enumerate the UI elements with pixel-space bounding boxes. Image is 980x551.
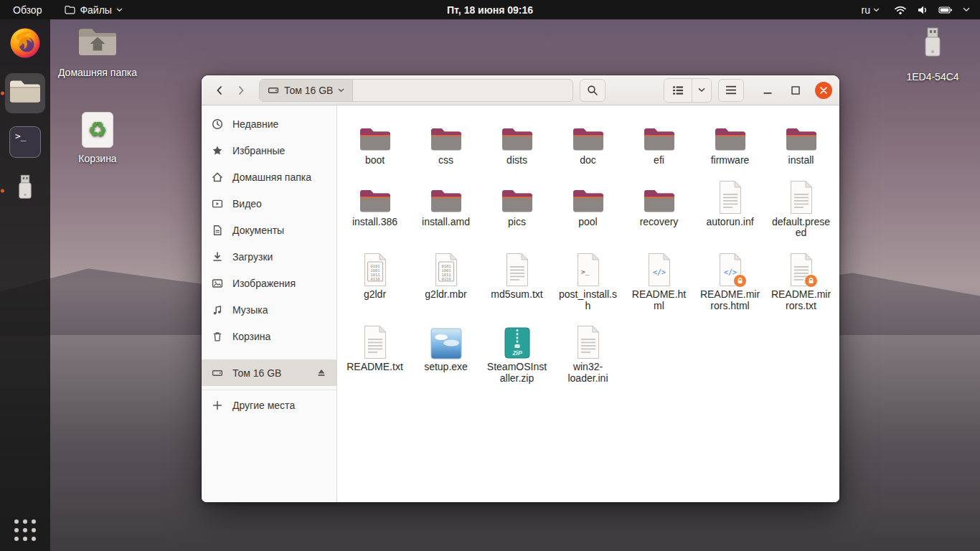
file-item[interactable]: pool bbox=[552, 172, 623, 234]
back-button[interactable] bbox=[209, 80, 230, 101]
file-view[interactable]: bootcssdistsdocefifirmwareinstallinstall… bbox=[337, 105, 839, 502]
file-label: install.amd bbox=[422, 217, 470, 228]
search-button[interactable] bbox=[580, 79, 606, 102]
file-item[interactable]: setup.exe bbox=[410, 317, 481, 379]
document-icon bbox=[212, 225, 223, 236]
sidebar-item-other-locations[interactable]: Другие места bbox=[202, 390, 336, 420]
volume-icon[interactable] bbox=[917, 5, 928, 15]
file-item[interactable]: README.txt bbox=[339, 317, 410, 379]
sidebar-item-downloads[interactable]: Загрузки bbox=[202, 243, 336, 270]
file-label: pool bbox=[578, 217, 597, 228]
sidebar-item-videos[interactable]: Видео bbox=[202, 190, 336, 217]
sidebar-item-volume[interactable]: Том 16 GB bbox=[202, 359, 336, 386]
file-item[interactable]: </>README.mirrors.html bbox=[694, 245, 765, 317]
file-label: pics bbox=[508, 217, 526, 228]
file-item[interactable]: install bbox=[765, 110, 837, 172]
sidebar-item-trash[interactable]: Корзина bbox=[202, 323, 336, 349]
app-menu-button[interactable]: Файлы bbox=[60, 0, 126, 19]
maximize-button[interactable] bbox=[787, 82, 804, 99]
home-folder-icon bbox=[77, 25, 118, 62]
files-app-icon bbox=[9, 77, 42, 109]
terminal-icon: >_ bbox=[9, 126, 41, 158]
activities-button[interactable]: Обзор bbox=[9, 0, 46, 19]
lock-badge-icon bbox=[804, 274, 818, 288]
file-item[interactable]: autorun.inf bbox=[694, 172, 765, 234]
desktop-icon-usb-drive[interactable]: 1ED4-54C4 bbox=[891, 27, 974, 83]
sidebar-item-recent[interactable]: Недавние bbox=[202, 110, 336, 137]
dock-item-terminal[interactable]: >_ bbox=[5, 122, 45, 162]
sidebar-item-music[interactable]: Музыка bbox=[202, 296, 336, 323]
top-bar: Обзор Файлы Пт, 18 июня 09:16 ru bbox=[0, 0, 980, 19]
file-item[interactable]: recovery bbox=[623, 172, 694, 234]
path-bar[interactable]: Том 16 GB bbox=[259, 79, 573, 102]
file-item[interactable]: </>README.html bbox=[623, 245, 694, 317]
file-item[interactable]: firmware bbox=[694, 110, 765, 172]
file-item[interactable]: md5sum.txt bbox=[481, 245, 552, 306]
wifi-icon[interactable] bbox=[894, 5, 907, 15]
lock-badge-icon bbox=[733, 274, 747, 288]
file-label: autorun.inf bbox=[706, 217, 753, 228]
location-button[interactable]: Том 16 GB bbox=[260, 80, 353, 101]
window-controls bbox=[759, 82, 832, 99]
music-icon bbox=[212, 304, 223, 316]
folder-icon bbox=[501, 114, 534, 153]
desktop-icon-trash[interactable]: ♻ Корзина bbox=[56, 112, 139, 164]
file-item[interactable]: doc bbox=[552, 110, 623, 172]
menu-button[interactable] bbox=[718, 79, 744, 102]
file-label: README.html bbox=[628, 289, 690, 311]
chevron-down-icon[interactable] bbox=[963, 7, 970, 12]
desktop-icon-home-folder[interactable]: Домашняя папка bbox=[56, 25, 139, 78]
file-item[interactable]: default.preseed bbox=[765, 172, 837, 245]
file-item[interactable]: install.386 bbox=[339, 172, 410, 234]
sidebar-item-documents[interactable]: Документы bbox=[202, 217, 336, 243]
file-label: boot bbox=[365, 155, 385, 166]
sidebar-item-pictures[interactable]: Изображения bbox=[202, 270, 336, 296]
sidebar-item-starred[interactable]: Избранные bbox=[202, 137, 336, 164]
video-icon bbox=[212, 198, 223, 209]
text-file-icon bbox=[574, 321, 603, 359]
file-label: doc bbox=[580, 155, 596, 166]
minimize-button[interactable] bbox=[759, 82, 776, 99]
desktop-icon-label: 1ED4-54C4 bbox=[906, 71, 958, 83]
desktop-icon-label: Домашняя папка bbox=[58, 67, 137, 78]
file-label: win32-loader.ini bbox=[557, 362, 619, 384]
file-item[interactable]: efi bbox=[623, 110, 694, 172]
file-item[interactable]: pics bbox=[481, 172, 552, 234]
battery-icon[interactable] bbox=[938, 6, 953, 14]
clock[interactable]: Пт, 18 июня 09:16 bbox=[447, 4, 533, 16]
file-item[interactable]: 0101100110110110g2ldr bbox=[339, 245, 410, 306]
file-item[interactable]: README.mirrors.txt bbox=[765, 245, 837, 317]
location-label: Том 16 GB bbox=[284, 85, 333, 96]
plus-icon bbox=[212, 400, 223, 411]
view-list-button[interactable] bbox=[664, 79, 692, 102]
keyboard-layout-button[interactable]: ru bbox=[857, 0, 884, 19]
files-window: Том 16 GB НедавниеИзбранныеДомашняя папк… bbox=[202, 75, 839, 502]
dock-item-files[interactable] bbox=[5, 73, 45, 113]
app-menu-label: Файлы bbox=[80, 4, 111, 16]
file-item[interactable]: 0101100110110110g2ldr.mbr bbox=[410, 245, 481, 306]
view-options-button[interactable] bbox=[692, 79, 711, 102]
folder-icon bbox=[501, 176, 534, 215]
file-item[interactable]: install.amd bbox=[410, 172, 481, 234]
file-label: firmware bbox=[711, 155, 750, 166]
file-label: recovery bbox=[640, 217, 679, 228]
file-label: efi bbox=[654, 155, 664, 166]
folder-icon bbox=[643, 114, 676, 153]
dock-item-usb-drive[interactable] bbox=[5, 171, 45, 211]
forward-button[interactable] bbox=[230, 80, 252, 101]
file-item[interactable]: dists bbox=[481, 110, 552, 172]
file-item[interactable]: ZiPSteamOSInstaller.zip bbox=[481, 317, 552, 390]
file-item[interactable]: >_post_install.sh bbox=[552, 245, 623, 317]
header-bar: Том 16 GB bbox=[202, 75, 839, 105]
view-toggle-group bbox=[664, 78, 712, 103]
show-applications-button[interactable] bbox=[14, 519, 36, 541]
file-item[interactable]: css bbox=[410, 110, 481, 172]
close-button[interactable] bbox=[815, 82, 832, 99]
chevron-down-icon bbox=[873, 8, 880, 12]
file-item[interactable]: win32-loader.ini bbox=[552, 317, 623, 390]
sidebar-item-home[interactable]: Домашняя папка bbox=[202, 164, 336, 190]
file-item[interactable]: boot bbox=[339, 110, 410, 172]
dock-item-firefox[interactable] bbox=[5, 24, 45, 65]
eject-button[interactable] bbox=[316, 368, 326, 377]
folder-icon bbox=[572, 114, 605, 153]
